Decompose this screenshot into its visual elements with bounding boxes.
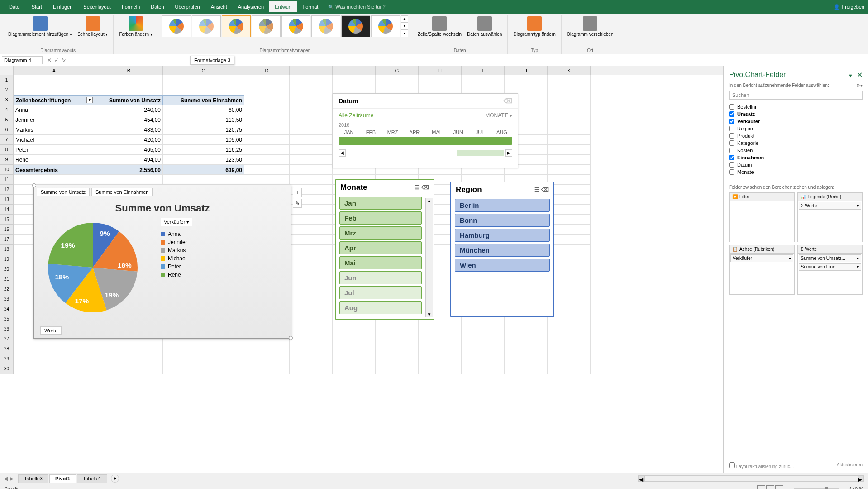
- tab-entwurf[interactable]: Entwurf: [269, 1, 297, 12]
- cell[interactable]: [462, 344, 505, 354]
- cell[interactable]: [290, 145, 333, 155]
- field-checkbox[interactable]: [729, 126, 734, 131]
- change-chart-type-button[interactable]: Diagrammtyp ändern: [511, 15, 557, 38]
- cell[interactable]: [333, 354, 376, 364]
- cell[interactable]: [548, 115, 591, 125]
- cell[interactable]: [290, 215, 333, 225]
- area-values[interactable]: Σ WerteSumme von Umsatz...▾Summe von Ein…: [797, 245, 863, 295]
- cell[interactable]: [376, 344, 419, 354]
- cell[interactable]: [290, 294, 333, 304]
- cell[interactable]: [548, 75, 591, 85]
- zoom-out[interactable]: −: [787, 486, 790, 489]
- field-item[interactable]: Region: [729, 125, 863, 132]
- field-item[interactable]: Kosten: [729, 147, 863, 154]
- enter-icon[interactable]: ✓: [54, 57, 59, 63]
- cell[interactable]: [505, 75, 548, 85]
- cell[interactable]: [290, 284, 333, 294]
- col-header-b[interactable]: B: [95, 66, 163, 75]
- tab-start[interactable]: Start: [26, 1, 48, 12]
- cell[interactable]: [548, 135, 591, 145]
- field-item[interactable]: Produkt: [729, 132, 863, 139]
- cell[interactable]: [244, 115, 290, 125]
- fields-close-icon[interactable]: ✕: [857, 71, 863, 79]
- row-header[interactable]: 30: [0, 364, 14, 374]
- cell[interactable]: [244, 155, 290, 165]
- timeline-month[interactable]: MRZ: [382, 129, 403, 135]
- cell[interactable]: [505, 334, 548, 344]
- cell[interactable]: [290, 324, 333, 334]
- cell[interactable]: [548, 165, 591, 175]
- cell[interactable]: [548, 145, 591, 155]
- cell[interactable]: [244, 125, 290, 135]
- timeline-scroll-right[interactable]: ▶: [505, 149, 512, 157]
- cell[interactable]: 240,00: [95, 105, 163, 115]
- cell[interactable]: [548, 354, 591, 364]
- sheet-tab-tabelle3[interactable]: Tabelle3: [18, 474, 48, 483]
- cell[interactable]: Zeilenbeschriftungen▼: [14, 95, 95, 105]
- row-header[interactable]: 17: [0, 235, 14, 244]
- tab-seitenlayout[interactable]: Seitenlayout: [78, 1, 116, 12]
- name-box[interactable]: [2, 56, 43, 64]
- zoom-level[interactable]: 140 %: [849, 486, 863, 489]
- cell[interactable]: [163, 85, 244, 95]
- tab-format[interactable]: Format: [297, 1, 324, 12]
- tab-formeln[interactable]: Formeln: [116, 1, 145, 12]
- cell[interactable]: [333, 75, 376, 85]
- fields-gear-icon[interactable]: ⚙▾: [856, 83, 863, 88]
- slicer-multiselect-icon[interactable]: ☰: [415, 184, 420, 191]
- slicer-item[interactable]: München: [455, 244, 550, 257]
- cell[interactable]: [505, 324, 548, 334]
- col-header-k[interactable]: K: [548, 66, 591, 75]
- cell[interactable]: [290, 95, 333, 105]
- chart-filter-button[interactable]: ✎: [293, 199, 302, 208]
- cell[interactable]: [333, 364, 376, 374]
- sheet-nav-first[interactable]: ◀: [4, 475, 8, 482]
- cell[interactable]: [376, 364, 419, 374]
- cell[interactable]: Markus: [14, 125, 95, 135]
- slicer-clear-icon[interactable]: ⌫: [541, 187, 549, 193]
- cell[interactable]: Anna: [14, 105, 95, 115]
- cell[interactable]: [95, 364, 163, 374]
- timeline-datum[interactable]: Datum⌫ Alle ZeiträumeMONATE ▾ 2018 JANFE…: [333, 93, 518, 168]
- update-button[interactable]: Aktualisieren: [837, 462, 863, 469]
- field-checkbox[interactable]: [729, 119, 734, 124]
- cell[interactable]: [333, 344, 376, 354]
- area-legend[interactable]: 📊 Legende (Reihe)Σ Werte▾: [797, 192, 863, 242]
- cell[interactable]: [14, 364, 95, 374]
- slicer-region[interactable]: Region☰⌫ BerlinBonnHamburgMünchenWien: [450, 182, 554, 317]
- cell[interactable]: [376, 324, 419, 334]
- slicer-multiselect-icon[interactable]: ☰: [534, 187, 539, 193]
- cell[interactable]: 60,00: [163, 105, 244, 115]
- area-axis[interactable]: 📋 Achse (Rubriken)Verkäufer▾: [729, 245, 795, 295]
- share-button[interactable]: 👤Freigeben: [834, 4, 864, 10]
- chart-style-2[interactable]: [192, 15, 221, 37]
- cell[interactable]: Gesamtergebnis: [14, 165, 95, 175]
- filter-dropdown-icon[interactable]: ▼: [86, 97, 93, 103]
- cell[interactable]: 120,75: [163, 125, 244, 135]
- cell[interactable]: [244, 75, 290, 85]
- row-header[interactable]: 25: [0, 314, 14, 324]
- col-header-j[interactable]: J: [505, 66, 548, 75]
- cell[interactable]: [419, 334, 462, 344]
- cell[interactable]: 483,00: [95, 125, 163, 135]
- area-pill-verkaeufer[interactable]: Verkäufer▾: [730, 254, 793, 262]
- move-chart-button[interactable]: Diagramm verschieben: [565, 15, 615, 38]
- cell[interactable]: [290, 244, 333, 254]
- row-header[interactable]: 5: [0, 115, 14, 125]
- cell[interactable]: [290, 85, 333, 95]
- cell[interactable]: [290, 165, 333, 175]
- cell[interactable]: 105,00: [163, 135, 244, 145]
- cell[interactable]: [290, 125, 333, 135]
- cell[interactable]: Michael: [14, 135, 95, 145]
- timeline-month[interactable]: JUN: [448, 129, 468, 135]
- cell[interactable]: 2.556,00: [95, 165, 163, 175]
- cell[interactable]: [505, 344, 548, 354]
- timeline-month[interactable]: JAN: [339, 129, 359, 135]
- cell[interactable]: 639,00: [163, 165, 244, 175]
- slicer-item[interactable]: Apr: [339, 241, 422, 254]
- col-header-e[interactable]: E: [290, 66, 333, 75]
- cell[interactable]: [376, 354, 419, 364]
- slicer-item[interactable]: Mai: [339, 256, 422, 269]
- field-checkbox[interactable]: [729, 133, 734, 139]
- slicer-item[interactable]: Jan: [339, 197, 422, 210]
